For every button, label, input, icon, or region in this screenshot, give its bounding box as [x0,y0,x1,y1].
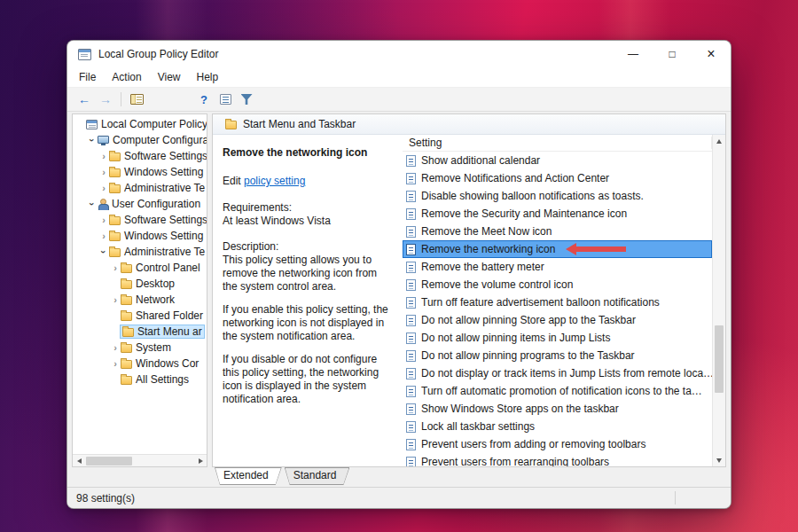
menu-file[interactable]: File [71,68,104,86]
tab-label: Extended [215,467,282,484]
tree-item-label: Computer Configura [113,134,207,146]
expanded-chevron-icon[interactable] [87,199,98,209]
collapsed-chevron-icon[interactable] [98,215,109,225]
tree-item-label: System [136,341,171,354]
settings-row[interactable]: Lock all taskbar settings [403,418,712,435]
folder-icon [109,168,121,177]
collapsed-chevron-icon[interactable] [110,358,121,369]
tree-item-label: Windows Cor [136,357,199,370]
description-paragraph: This policy setting allows you to remove… [223,254,392,293]
tab-extended[interactable]: Extended [215,467,282,485]
tree-item-windows-settings[interactable]: Windows Setting [73,164,207,180]
export-list-button[interactable] [215,90,235,108]
user-icon [98,199,108,210]
policy-icon [406,315,416,326]
settings-vertical-scrollbar[interactable] [712,135,725,466]
settings-row[interactable]: Turn off automatic promotion of notifica… [403,382,712,400]
show-console-tree-button[interactable] [127,90,146,108]
collapsed-chevron-icon[interactable] [98,167,109,177]
minimize-button[interactable]: — [614,41,653,67]
tree-item-computer-configuration[interactable]: Computer Configura [73,132,207,148]
scrollbar-thumb[interactable] [86,457,132,466]
back-button[interactable]: ← [74,90,94,108]
settings-row[interactable]: Disable showing balloon notifications as… [403,187,712,205]
tree-item-system[interactable]: System [73,340,207,356]
policy-icon [406,279,416,291]
menu-help[interactable]: Help [189,68,227,86]
settings-row-label: Remove the volume control icon [421,278,573,291]
titlebar[interactable]: Local Group Policy Editor — □ × [67,41,731,67]
tree-item-software-settings-user[interactable]: Software Settings [73,212,207,228]
collapsed-chevron-icon[interactable] [110,262,121,273]
tree-item-administrative-templates[interactable]: Administrative Te [73,180,207,196]
collapsed-chevron-icon[interactable] [98,151,109,161]
folder-icon [109,216,121,225]
tree-item-software-settings[interactable]: Software Settings [73,148,207,164]
collapsed-chevron-icon[interactable] [98,231,109,241]
forward-button[interactable]: → [96,90,115,108]
collapsed-chevron-icon[interactable] [98,183,109,193]
tree-item-all-settings[interactable]: All Settings [73,372,207,387]
setting-column-header[interactable]: Setting [403,135,712,152]
tree-item-user-configuration[interactable]: User Configuration [73,196,207,212]
settings-row[interactable]: Do not display or track items in Jump Li… [403,364,712,382]
status-text: 98 setting(s) [76,492,135,505]
tab-standard[interactable]: Standard [285,467,350,485]
tree-item-administrative-templates-user[interactable]: Administrative Te [73,244,207,260]
settings-row[interactable]: Remove the battery meter [403,258,712,276]
collapsed-chevron-icon[interactable] [110,294,121,305]
view-tabs: Extended Standard [67,467,731,487]
filter-button[interactable] [237,90,256,108]
policy-icon [406,332,416,344]
settings-row[interactable]: Remove the Meet Now icon [403,223,712,240]
tree-item-control-panel[interactable]: Control Panel [73,260,207,276]
tree-item-network[interactable]: Network [73,292,207,308]
tree-item-shared-folders[interactable]: Shared Folder [73,308,207,324]
scroll-up-button[interactable] [713,135,725,147]
expanded-chevron-icon[interactable] [98,246,109,257]
tree-horizontal-scrollbar[interactable] [73,454,207,466]
tree-item-start-menu-and-taskbar[interactable]: Start Menu ar [73,324,207,340]
settings-row[interactable]: Show additional calendar [403,152,712,169]
tree-item-windows-components[interactable]: Windows Cor [73,356,207,372]
policy-icon [406,457,416,467]
tree-item-label: Desktop [136,278,175,290]
settings-row[interactable]: Prevent users from rearranging toolbars [403,453,712,466]
tree-item-windows-settings-user[interactable]: Windows Setting [73,228,207,244]
expanded-chevron-icon[interactable] [87,135,98,145]
tree-item-label: Shared Folder [136,309,203,322]
settings-row-label: Do not allow pinning Store app to the Ta… [421,314,636,326]
folder-icon [109,153,121,161]
edit-prefix: Edit [223,175,244,187]
settings-row[interactable]: Remove the Security and Maintenance icon [403,205,712,223]
settings-row[interactable]: Turn off feature advertisement balloon n… [403,293,712,311]
close-button[interactable]: × [692,41,731,67]
settings-row[interactable]: Do not allow pinning items in Jump Lists [403,329,712,347]
settings-row[interactable]: Prevent users from adding or removing to… [403,435,712,453]
tree-item-label: Software Settings [124,150,207,162]
settings-row[interactable]: Remove the volume control icon [403,276,712,293]
scroll-right-button[interactable] [194,455,207,467]
scrollbar-thumb[interactable] [715,325,724,393]
settings-row-label: Do not allow pinning items in Jump Lists [421,332,610,344]
settings-row[interactable]: Do not allow pinning programs to the Tas… [403,347,712,364]
tree-item-desktop[interactable]: Desktop [73,276,207,292]
settings-row-label: Show additional calendar [421,154,540,167]
maximize-button[interactable]: □ [653,41,692,67]
scrollbar-track[interactable] [85,455,194,466]
menu-action[interactable]: Action [104,68,149,86]
scroll-down-button[interactable] [713,454,725,466]
scrollbar-track[interactable] [713,147,725,454]
settings-row[interactable]: Show Windows Store apps on the taskbar [403,400,712,418]
arrow-head [566,243,576,255]
tree-item-local-computer-policy[interactable]: Local Computer Policy [73,116,207,132]
menu-view[interactable]: View [150,68,189,86]
collapsed-chevron-icon[interactable] [110,342,121,353]
help-button[interactable]: ? [194,90,214,108]
policy-setting-link[interactable]: policy setting [244,175,305,187]
settings-row[interactable]: Do not allow pinning Store app to the Ta… [403,311,712,329]
policy-icon [406,368,416,379]
settings-row[interactable]: Remove Notifications and Action Center [403,169,712,187]
settings-row-selected[interactable]: Remove the networking icon [403,240,712,258]
scroll-left-button[interactable] [73,455,85,467]
